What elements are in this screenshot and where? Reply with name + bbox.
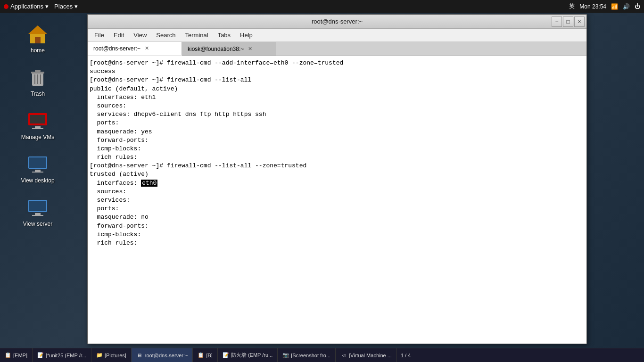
taskbar-dns-label: root@dns-server:~ [145,353,188,358]
menu-view[interactable]: View [129,30,151,41]
tab-foundation[interactable]: kiosk@foundation38:~ ✕ [182,42,276,56]
desktop-icon-manage-vms[interactable]: Manage VMs [9,106,66,144]
menu-search[interactable]: Search [151,30,180,41]
term-line-7: services: dhcpv6-client dns ftp http htt… [90,110,585,119]
term-line-3: [root@dns-server ~]# firewall-cmd --list… [90,76,585,84]
svg-marker-1 [28,25,47,34]
applications-arrow: ▾ [45,3,49,10]
taskbar-pictures-icon: 📁 [96,352,103,359]
menu-tabs[interactable]: Tabs [213,30,235,41]
menu-edit[interactable]: Edit [109,30,129,41]
tab-foundation-label: kiosk@foundation38:~ [188,46,244,52]
topbar-left: Applications ▾ Places ▾ [4,3,78,10]
view-server-label: View server [23,221,52,227]
desktop-icon-view-server[interactable]: View server [9,192,66,231]
svg-rect-2 [35,37,41,43]
term-line-2: success [90,67,585,76]
taskbar-virtual[interactable]: ㎞ [Virtual Machine ... [336,348,397,362]
applications-label: Applications [10,3,43,10]
taskbar-virtual-icon: ㎞ [340,352,347,359]
desktop-icon-home[interactable]: home [9,19,66,58]
app-menu-dot [4,4,8,9]
view-desktop-label: View desktop [21,177,54,184]
term-line-20: masquerade: no [90,213,585,222]
places-menu[interactable]: Places ▾ [54,3,78,10]
term-line-11: icmp-blocks: [90,145,585,153]
term-line-17: sources: [90,188,585,196]
desktop-icon-view-desktop[interactable]: View desktop [9,149,66,188]
home-icon [26,23,49,45]
taskbar-emp-icon: 📋 [5,352,11,359]
term-line-19: ports: [90,205,585,213]
taskbar-firewall-label: 防火墙 (EMP /ru... [231,352,272,359]
terminal-titlebar: root@dns-server:~ − □ × [88,15,586,29]
terminal-content[interactable]: [root@dns-server ~]# firewall-cmd --add-… [88,56,586,344]
menu-file[interactable]: File [90,30,109,41]
trash-icon-label: Trash [31,90,45,97]
svg-rect-10 [30,115,45,123]
maximize-button[interactable]: □ [563,16,573,27]
vm-icon [26,109,49,132]
term-line-18: services: [90,196,585,205]
close-button[interactable]: × [574,16,585,27]
svg-rect-5 [35,70,41,72]
terminal-menubar: File Edit View Search Terminal Tabs Help [88,29,586,42]
taskbar-emp[interactable]: 📋 [EMP] [0,348,33,362]
taskbar-dns-icon: 🖥 [136,352,143,359]
term-line-21: forward-ports: [90,222,585,230]
svg-rect-16 [32,172,43,173]
tab-dns-close[interactable]: ✕ [143,45,150,52]
menu-help[interactable]: Help [235,30,257,41]
lang-indicator[interactable]: 英 [569,2,575,10]
svg-rect-18 [29,201,46,211]
svg-rect-12 [32,128,43,129]
term-line-8: ports: [90,119,585,127]
taskbar-unit25-label: [*unit25 (EMP /r... [46,353,86,358]
tab-dns-server[interactable]: root@dns-server:~ ✕ [88,42,182,56]
trash-icon [26,66,49,89]
page-indicator: 1 / 4 [401,353,411,358]
desktop: Applications ▾ Places ▾ 英 Mon 23:54 📶 🔊 … [0,0,644,362]
taskbar-screenshot[interactable]: 📷 [Screenshot fro... [278,348,336,362]
view-desktop-icon [26,153,49,175]
minimize-button[interactable]: − [552,16,562,27]
taskbar-pictures[interactable]: 📁 [Pictures] [91,348,132,362]
taskbar-b[interactable]: 📋 [B] [193,348,217,362]
svg-rect-11 [35,126,41,128]
wifi-icon: 📶 [611,3,618,10]
topbar-right: 英 Mon 23:54 📶 🔊 ⏻ [569,2,640,10]
power-icon[interactable]: ⏻ [635,3,640,10]
datetime-display: Mon 23:54 [579,3,606,10]
svg-rect-15 [35,170,41,172]
topbar: Applications ▾ Places ▾ 英 Mon 23:54 📶 🔊 … [0,0,644,13]
term-line-1: [root@dns-server ~]# firewall-cmd --add-… [90,59,585,67]
taskbar-root-dns[interactable]: 🖥 root@dns-server:~ [132,348,193,362]
desktop-icon-trash[interactable]: Trash [9,62,66,101]
svg-rect-19 [35,213,41,215]
titlebar-buttons: − □ × [552,16,585,27]
taskbar-firewall[interactable]: 📝 防火墙 (EMP /ru... [218,348,278,362]
term-line-6: sources: [90,102,585,110]
places-arrow: ▾ [74,3,78,10]
terminal-title: root@dns-server:~ [312,18,363,25]
svg-rect-14 [29,157,46,168]
term-line-4: public (default, active) [90,85,585,93]
menu-terminal[interactable]: Terminal [181,30,213,41]
taskbar: 📋 [EMP] 📝 [*unit25 (EMP /r... 📁 [Picture… [0,348,644,362]
term-line-23: rich rules: [90,239,585,247]
taskbar-right: 1 / 4 [397,348,414,362]
terminal-window: root@dns-server:~ − □ × File Edit View S… [87,14,587,344]
tab-foundation-close[interactable]: ✕ [247,45,254,52]
taskbar-b-icon: 📋 [198,352,204,359]
term-line-14: [root@dns-server ~]# firewall-cmd --list… [90,162,585,170]
home-icon-label: home [31,47,45,54]
taskbar-unit25[interactable]: 📝 [*unit25 (EMP /r... [33,348,91,362]
tab-dns-label: root@dns-server:~ [93,45,140,52]
svg-rect-4 [31,72,44,74]
volume-icon: 🔊 [623,3,630,10]
term-line-9: masquerade: yes [90,128,585,136]
view-server-icon [26,196,49,219]
places-label: Places [54,3,73,10]
taskbar-screenshot-icon: 📷 [282,352,289,359]
applications-menu[interactable]: Applications ▾ [4,3,49,10]
